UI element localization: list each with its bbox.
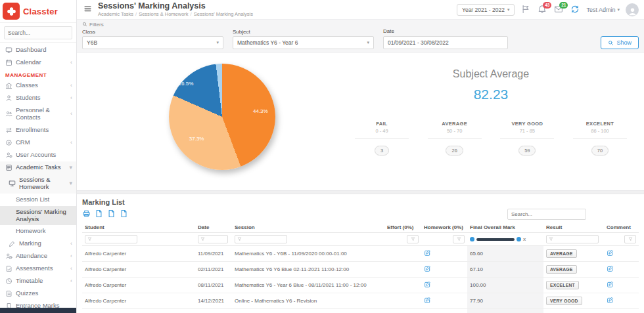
comment-filter-icon[interactable]	[624, 235, 636, 243]
col-final-overall-mark[interactable]: Final Overall Mark	[467, 222, 543, 233]
col-student[interactable]: Student	[82, 222, 195, 233]
sidebar-item-sessions-marking-analysis[interactable]: Sessions' Marking Analysis	[0, 206, 76, 226]
slider-clear[interactable]: x	[523, 236, 526, 242]
col-result[interactable]: Result	[543, 222, 604, 233]
sidebar-item-session-list[interactable]: Session List	[0, 194, 76, 206]
date-cell: 08/11/2021	[195, 278, 232, 293]
stat-count-badge[interactable]: 59	[518, 146, 536, 156]
stat-count-badge[interactable]: 3	[375, 146, 389, 156]
export-pdf-button[interactable]	[95, 209, 103, 220]
sidebar-item-user-accounts[interactable]: User Accounts	[0, 149, 76, 161]
sidebar-item-entrance-marks[interactable]: Entrance Marks	[0, 300, 76, 308]
result-badge[interactable]: AVERAGE	[546, 265, 577, 274]
col-comment[interactable]: Comment	[604, 222, 639, 233]
col-homework[interactable]: Homework (0%)	[421, 222, 467, 233]
edit-button[interactable]	[424, 264, 431, 274]
result-badge[interactable]: EXCELENT	[546, 281, 579, 289]
mark-range-slider[interactable]: x	[470, 236, 541, 242]
edit-button[interactable]	[424, 249, 431, 259]
sidebar-item-marking[interactable]: Marking‹	[0, 238, 76, 250]
stat-count-badge[interactable]: 26	[446, 146, 463, 156]
student-cell: Alfredo Carpenter	[82, 293, 195, 309]
sidebar-item-calendar[interactable]: Calendar‹	[0, 56, 76, 69]
student-filter[interactable]	[85, 235, 137, 243]
effort-filter-icon[interactable]	[407, 235, 419, 243]
sidebar-item-timetable[interactable]: Timetable‹	[0, 275, 76, 287]
slider-handle-max[interactable]	[517, 237, 521, 241]
table-filter-row: x	[82, 233, 639, 246]
session-filter-input[interactable]	[243, 236, 285, 242]
pie-chart[interactable]: 44.3% 37.3% 16.5%	[169, 64, 275, 170]
dashboard-icon	[5, 47, 12, 54]
sidebar-item-dashboard[interactable]: Dashboard	[0, 44, 76, 56]
stat-divider	[500, 138, 554, 139]
user-avatar[interactable]	[626, 3, 639, 16]
sidebar-item-enrollments[interactable]: Enrollments	[0, 124, 76, 136]
date-field: Date	[383, 28, 508, 49]
edit-button[interactable]	[424, 296, 431, 306]
hamburger-menu-icon[interactable]	[82, 5, 93, 15]
col-effort[interactable]: Effort (0%)	[384, 222, 421, 233]
comment-cell	[604, 293, 639, 309]
slider-track[interactable]	[476, 238, 515, 241]
sidebar-item-academic-tasks[interactable]: Academic Tasks▾	[0, 161, 76, 174]
sidebar-item-crm[interactable]: CRM‹	[0, 136, 76, 149]
edit-button[interactable]	[607, 296, 614, 306]
table-search-input[interactable]	[507, 209, 586, 220]
user-accounts-icon	[5, 152, 12, 159]
class-select[interactable]: Y6B▾	[82, 36, 223, 49]
user-menu[interactable]: Test Admin▾	[586, 7, 620, 13]
sidebar-item-homework[interactable]: Homework	[0, 225, 76, 238]
result-filter-input[interactable]	[555, 236, 596, 242]
date-cell: 15/01/2022	[195, 309, 232, 313]
sidebar-search-input[interactable]	[4, 26, 72, 39]
result-badge[interactable]: VERY GOOD	[546, 297, 582, 305]
sidebar-item-students[interactable]: Students‹	[0, 92, 76, 104]
sidebar-item-sessions-homework[interactable]: Sessions & Homework▾	[0, 174, 76, 194]
export-pdf-icon	[95, 209, 103, 218]
subject-select[interactable]: Mathematics Y6 - Year 6▾	[233, 36, 374, 49]
stat-count-badge[interactable]: 70	[591, 146, 609, 156]
col-date[interactable]: Date	[195, 222, 232, 233]
breadcrumb-sessions-homework[interactable]: Sessions & Homework	[139, 11, 188, 17]
show-button[interactable]: Show	[601, 36, 639, 49]
breadcrumb-current: Sessions' Marking Analysis	[194, 11, 253, 17]
slider-handle-min[interactable]	[470, 237, 474, 241]
export-excel-button[interactable]	[107, 209, 116, 220]
student-cell: Alfredo Carpenter	[82, 246, 195, 262]
edit-button[interactable]	[424, 280, 431, 290]
export-data-button[interactable]	[120, 209, 128, 220]
student-filter-input[interactable]	[93, 236, 135, 242]
chevron-down-icon: ▾	[69, 165, 72, 171]
col-session[interactable]: Session	[232, 222, 384, 233]
marking-toolbar-row	[82, 209, 639, 220]
search-icon	[608, 40, 614, 46]
date-filter[interactable]	[198, 235, 228, 243]
sidebar-item-label: Calendar	[16, 59, 67, 66]
notifications-bell-icon[interactable]: 43	[537, 5, 547, 15]
edit-button[interactable]	[607, 264, 614, 274]
sidebar-item-classes[interactable]: Classes‹	[0, 79, 76, 92]
year-selector[interactable]: Year 2021 - 2022▾	[457, 4, 515, 16]
print-button[interactable]	[82, 209, 91, 220]
sidebar-item-assessments[interactable]: Assessments‹	[0, 262, 76, 275]
messages-envelope-icon[interactable]: 21	[553, 5, 564, 15]
sync-icon[interactable]	[570, 5, 580, 15]
date-filter-input[interactable]	[206, 236, 225, 242]
result-badge[interactable]: AVERAGE	[546, 249, 577, 258]
sidebar-item-attendance[interactable]: Attendance‹	[0, 250, 76, 262]
edit-button[interactable]	[607, 249, 614, 259]
stat-label: FAIL	[355, 121, 409, 127]
sidebar: Classter DashboardCalendar‹MANAGEMENTCla…	[0, 0, 77, 313]
session-filter[interactable]	[235, 235, 287, 243]
result-filter[interactable]	[546, 235, 599, 243]
flag-icon[interactable]	[520, 5, 531, 15]
breadcrumb-academic-tasks[interactable]: Academic Tasks	[98, 11, 133, 17]
date-range-input[interactable]	[383, 36, 508, 49]
chevron-left-icon: ‹	[70, 241, 72, 247]
sidebar-item-quizzes[interactable]: Quizzes	[0, 287, 76, 300]
brand-logo[interactable]: Classter	[0, 0, 76, 22]
edit-button[interactable]	[607, 280, 614, 290]
sidebar-item-personnel-contacts[interactable]: Personnel & Contacts‹	[0, 104, 76, 124]
homework-filter-icon[interactable]	[453, 235, 465, 243]
